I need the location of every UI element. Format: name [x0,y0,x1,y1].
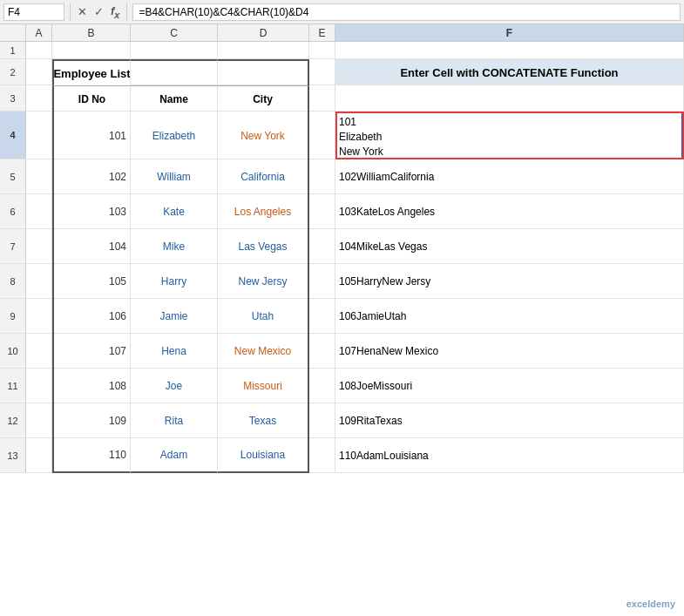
cell-e4[interactable] [309,112,335,159]
cell-e13[interactable] [309,438,335,473]
cell-b3-idno[interactable]: ID No [52,85,131,112]
cell-e5[interactable] [309,159,335,194]
cell-b10[interactable]: 107 [52,334,131,369]
cell-c6[interactable]: Kate [131,194,218,229]
cell-c12[interactable]: Rita [131,403,218,438]
cell-a7[interactable] [26,229,52,264]
cell-f4[interactable]: 101ElizabethNew York [335,112,684,159]
cell-a2[interactable] [26,59,52,85]
cell-e1[interactable] [309,42,335,59]
formula-input[interactable]: =B4&CHAR(10)&C4&CHAR(10)&D4 [132,3,681,21]
cell-c11[interactable]: Joe [131,369,218,403]
cell-c3-name[interactable]: Name [131,85,218,112]
cell-b7[interactable]: 104 [52,229,131,264]
cell-f1[interactable] [335,42,684,59]
cell-c5[interactable]: William [131,159,218,194]
cell-d6[interactable]: Los Angeles [218,194,309,229]
cell-a11[interactable] [26,369,52,403]
col-header-a[interactable]: A [26,24,52,41]
cell-c8[interactable]: Harry [131,264,218,299]
cell-d2[interactable] [218,59,309,85]
cell-c9[interactable]: Jamie [131,299,218,334]
cell-e3[interactable] [309,85,335,112]
row-header-4[interactable]: 4 [0,112,26,159]
cell-f12[interactable]: 109RitaTexas [335,403,684,438]
cell-e2[interactable] [309,59,335,85]
row-header-12[interactable]: 12 [0,403,26,437]
cancel-icon[interactable]: ✕ [76,5,89,18]
col-header-b[interactable]: B [52,24,131,41]
insert-function-icon[interactable]: fx [109,4,121,20]
cell-f3[interactable] [335,85,684,112]
col-header-f[interactable]: F [335,24,684,41]
cell-b4[interactable]: 101 [52,112,131,159]
col-header-e[interactable]: E [309,24,335,41]
cell-b12[interactable]: 109 [52,403,131,438]
cell-d8[interactable]: New Jersy [218,264,309,299]
cell-a13[interactable] [26,438,52,473]
cell-a8[interactable] [26,264,52,299]
row-header-9[interactable]: 9 [0,299,26,333]
cell-c13[interactable]: Adam [131,438,218,473]
cell-f9[interactable]: 106JamieUtah [335,299,684,334]
cell-b1[interactable] [52,42,131,59]
confirm-icon[interactable]: ✓ [92,5,105,18]
col-header-d[interactable]: D [218,24,309,41]
cell-a5[interactable] [26,159,52,194]
row-header-1[interactable]: 1 [0,42,26,58]
col-header-c[interactable]: C [131,24,218,41]
cell-c4[interactable]: Elizabeth [131,112,218,159]
cell-f10[interactable]: 107HenaNew Mexico [335,334,684,369]
row-header-10[interactable]: 10 [0,334,26,368]
row-header-6[interactable]: 6 [0,194,26,228]
row-header-11[interactable]: 11 [0,369,26,403]
cell-c1[interactable] [131,42,218,59]
row-header-2[interactable]: 2 [0,59,26,85]
cell-c2[interactable] [131,59,218,85]
cell-a3[interactable] [26,85,52,112]
cell-b6[interactable]: 103 [52,194,131,229]
cell-d13[interactable]: Louisiana [218,438,309,473]
row-header-3[interactable]: 3 [0,85,26,111]
cell-f5[interactable]: 102WilliamCalifornia [335,159,684,194]
cell-f6[interactable]: 103KateLos Angeles [335,194,684,229]
cell-d9[interactable]: Utah [218,299,309,334]
cell-a12[interactable] [26,403,52,438]
cell-c10[interactable]: Hena [131,334,218,369]
cell-b11[interactable]: 108 [52,369,131,403]
cell-b13[interactable]: 110 [52,438,131,473]
cell-b8[interactable]: 105 [52,264,131,299]
cell-f11[interactable]: 108JoeMissouri [335,369,684,403]
cell-e10[interactable] [309,334,335,369]
cell-a10[interactable] [26,334,52,369]
cell-e9[interactable] [309,299,335,334]
cell-d11[interactable]: Missouri [218,369,309,403]
row-header-8[interactable]: 8 [0,264,26,298]
cell-e11[interactable] [309,369,335,403]
cell-b2-title[interactable]: Employee List [52,59,131,85]
cell-f2-header[interactable]: Enter Cell with CONCATENATE Function [335,59,684,85]
cell-f7[interactable]: 104MikeLas Vegas [335,229,684,264]
cell-e8[interactable] [309,264,335,299]
cell-e7[interactable] [309,229,335,264]
cell-d12[interactable]: Texas [218,403,309,438]
cell-d5[interactable]: California [218,159,309,194]
cell-d10[interactable]: New Mexico [218,334,309,369]
cell-d1[interactable] [218,42,309,59]
row-header-13[interactable]: 13 [0,438,26,472]
cell-a9[interactable] [26,299,52,334]
cell-e12[interactable] [309,403,335,438]
cell-d3-city[interactable]: City [218,85,309,112]
name-box[interactable]: F4 [3,3,64,21]
row-header-5[interactable]: 5 [0,159,26,193]
cell-a1[interactable] [26,42,52,59]
cell-c7[interactable]: Mike [131,229,218,264]
cell-b9[interactable]: 106 [52,299,131,334]
cell-a4[interactable] [26,112,52,159]
cell-d4[interactable]: New York [218,112,309,159]
cell-b5[interactable]: 102 [52,159,131,194]
cell-e6[interactable] [309,194,335,229]
cell-f13[interactable]: 110AdamLouisiana [335,438,684,473]
cell-d7[interactable]: Las Vegas [218,229,309,264]
cell-f8[interactable]: 105HarryNew Jersy [335,264,684,299]
